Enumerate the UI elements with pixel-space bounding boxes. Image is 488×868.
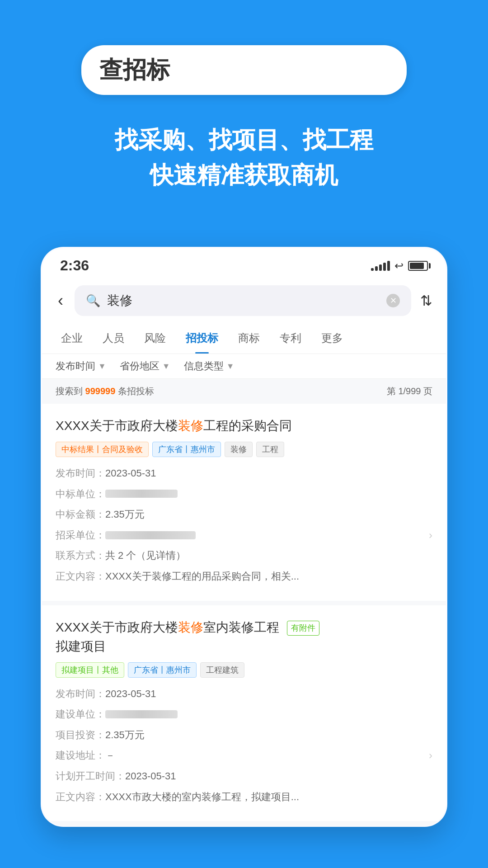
attachment-badge: 有附件 <box>287 621 319 636</box>
card-2-builder-label: 建设单位： <box>56 705 105 723</box>
card-1-buyer-row: 招采单位： › <box>56 526 432 544</box>
search-icon: 🔍 <box>86 294 100 308</box>
card-2-title: XXXX关于市政府大楼装修室内装修工程 有附件 拟建项目 <box>56 618 432 656</box>
card-1-title: XXXX关于市政府大楼装修工程的采购合同 <box>56 416 432 435</box>
filter-info-type[interactable]: 信息类型 ▼ <box>184 359 235 373</box>
card-2-address-value: － <box>105 746 115 764</box>
filter-publish-time[interactable]: 发布时间 ▼ <box>56 359 106 373</box>
card-2-investment-label: 项目投资： <box>56 726 105 744</box>
card-1-contact-value: 共 2 个（见详情） <box>105 547 186 565</box>
tab-personnel[interactable]: 人员 <box>93 323 134 354</box>
card-1-publish-date-value: 2023-05-31 <box>105 464 156 482</box>
card-2-address-row: 建设地址： － › <box>56 746 432 764</box>
filter-region[interactable]: 省份地区 ▼ <box>120 359 170 373</box>
card-2-start-date-row: 计划开工时间： 2023-05-31 <box>56 767 432 785</box>
card-1-amount-label: 中标金额： <box>56 505 105 524</box>
card-2-investment-row: 项目投资： 2.35万元 <box>56 726 432 744</box>
main-search-bar[interactable]: 查一下 <box>81 45 407 95</box>
filter-bar: 发布时间 ▼ 省份地区 ▼ 信息类型 ▼ <box>42 354 446 379</box>
filter-region-label: 省份地区 <box>120 359 160 373</box>
card-1-chevron-icon: › <box>429 525 432 545</box>
card-2-builder-row: 建设单位： <box>56 705 432 723</box>
card-2-highlight: 装修 <box>178 620 203 634</box>
status-time: 2:36 <box>60 257 89 274</box>
tab-bidding[interactable]: 招投标 <box>176 323 228 354</box>
tag-construction: 工程建筑 <box>200 662 244 678</box>
phone-search-area: ‹ 🔍 装修 ✕ ⇅ <box>42 278 446 323</box>
results-count: 搜索到 999999 条招投标 <box>56 385 154 397</box>
tab-patent[interactable]: 专利 <box>270 323 311 354</box>
tag-engineering: 工程 <box>256 442 284 457</box>
tagline: 找采购、找项目、找工程 快速精准获取商机 <box>115 122 373 193</box>
card-1-amount-row: 中标金额： 2.35万元 <box>56 505 432 524</box>
tab-enterprise[interactable]: 企业 <box>51 323 93 354</box>
filter-info-type-arrow: ▼ <box>226 362 235 371</box>
phone-status-bar: 2:36 ↩ <box>42 248 446 278</box>
wifi-icon: ↩ <box>394 259 404 272</box>
filter-publish-time-label: 发布时间 <box>56 359 95 373</box>
card-2-publish-date-label: 发布时间： <box>56 685 105 703</box>
result-card-2[interactable]: XXXX关于市政府大楼装修室内装修工程 有附件 拟建项目 拟建项目丨其他 广东省… <box>42 605 446 826</box>
card-2-publish-date-value: 2023-05-31 <box>105 685 156 703</box>
filter-info-type-label: 信息类型 <box>184 359 224 373</box>
card-2-builder-value <box>105 710 178 718</box>
tag-region-guangdong: 广东省丨惠州市 <box>152 442 221 457</box>
tag-region-guangdong-2: 广东省丨惠州市 <box>128 662 197 678</box>
card-2-content-row: 正文内容： XXXX市政大楼的室内装修工程，拟建项目... <box>56 788 432 806</box>
card-1-details: 发布时间： 2023-05-31 中标单位： 中标金额： 2.35万元 招采单位… <box>56 464 432 585</box>
tag-bid-result: 中标结果丨合同及验收 <box>56 442 149 457</box>
sort-filter-icon[interactable]: ⇅ <box>420 292 432 309</box>
card-1-buyer-label: 招采单位： <box>56 526 105 544</box>
search-query-text: 装修 <box>107 292 380 309</box>
card-1-tags: 中标结果丨合同及验收 广东省丨惠州市 装修 工程 <box>56 442 432 457</box>
hero-section: 查一下 找采购、找项目、找工程 快速精准获取商机 <box>0 0 488 220</box>
card-2-investment-value: 2.35万元 <box>105 726 145 744</box>
results-number: 999999 <box>85 386 116 396</box>
main-search-input[interactable] <box>81 57 407 84</box>
tag-proposed-project: 拟建项目丨其他 <box>56 662 124 678</box>
card-2-content-label: 正文内容： <box>56 788 105 806</box>
results-header: 搜索到 999999 条招投标 第 1/999 页 <box>42 379 446 404</box>
phone-mockup: 2:36 ↩ ‹ 🔍 装修 ✕ <box>41 247 447 827</box>
phone-mockup-container: 2:36 ↩ ‹ 🔍 装修 ✕ <box>0 247 488 827</box>
card-2-start-date-value: 2023-05-31 <box>125 767 176 785</box>
card-1-winner-label: 中标单位： <box>56 485 105 503</box>
results-page: 第 1/999 页 <box>387 385 432 397</box>
card-1-content-label: 正文内容： <box>56 567 105 585</box>
card-1-contact-row: 联系方式： 共 2 个（见详情） <box>56 547 432 565</box>
card-2-content-value: XXXX市政大楼的室内装修工程，拟建项目... <box>105 788 299 806</box>
card-2-details: 发布时间： 2023-05-31 建设单位： 项目投资： 2.35万元 建设地址… <box>56 685 432 806</box>
card-2-publish-date-row: 发布时间： 2023-05-31 <box>56 685 432 703</box>
card-2-chevron-icon: › <box>429 746 432 765</box>
card-2-tags: 拟建项目丨其他 广东省丨惠州市 工程建筑 <box>56 662 432 678</box>
status-icons: ↩ <box>371 259 428 272</box>
back-button[interactable]: ‹ <box>56 289 66 312</box>
battery-icon <box>408 261 428 271</box>
category-tabs: 企业 人员 风险 招投标 商标 专利 更多 <box>42 323 446 354</box>
tab-more[interactable]: 更多 <box>311 323 353 354</box>
clear-search-button[interactable]: ✕ <box>386 294 400 307</box>
card-1-winner-row: 中标单位： <box>56 485 432 503</box>
card-1-content-value: XXXX关于装修工程的用品采购合同，相关... <box>105 567 299 585</box>
filter-publish-time-arrow: ▼ <box>98 362 106 371</box>
card-2-address-label: 建设地址： <box>56 746 105 764</box>
filter-region-arrow: ▼ <box>162 362 170 371</box>
card-1-publish-date-row: 发布时间： 2023-05-31 <box>56 464 432 482</box>
tab-risk[interactable]: 风险 <box>134 323 176 354</box>
tab-trademark[interactable]: 商标 <box>228 323 270 354</box>
card-1-highlight: 装修 <box>178 419 203 433</box>
card-1-winner-value <box>105 490 178 498</box>
card-1-buyer-value <box>105 531 196 539</box>
signal-icon <box>371 261 390 271</box>
card-1-contact-label: 联系方式： <box>56 547 105 565</box>
tag-decoration: 装修 <box>225 442 253 457</box>
result-card-1[interactable]: XXXX关于市政府大楼装修工程的采购合同 中标结果丨合同及验收 广东省丨惠州市 … <box>42 404 446 605</box>
phone-search-input[interactable]: 🔍 装修 ✕ <box>75 285 411 316</box>
card-1-publish-date-label: 发布时间： <box>56 464 105 482</box>
card-2-start-date-label: 计划开工时间： <box>56 767 125 785</box>
card-1-amount-value: 2.35万元 <box>105 505 145 524</box>
card-1-content-row: 正文内容： XXXX关于装修工程的用品采购合同，相关... <box>56 567 432 585</box>
